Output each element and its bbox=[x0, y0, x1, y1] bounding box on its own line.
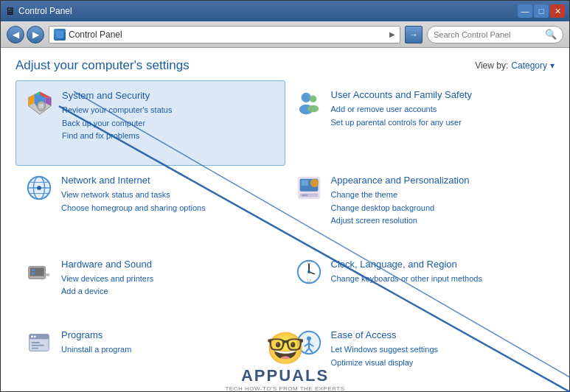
watermark-figure: 🤓 bbox=[266, 330, 305, 366]
search-box[interactable]: 🔍 bbox=[427, 26, 563, 43]
watermark: 🤓 APPUALS TECH HOW-TO'S FROM THE EXPERTS bbox=[212, 318, 359, 392]
appearance-item[interactable]: Appearance and Personalization Change th… bbox=[285, 166, 555, 250]
svg-point-12 bbox=[307, 105, 319, 113]
hardware-icon bbox=[24, 257, 54, 287]
title-bar-icon: 🖥 bbox=[5, 5, 15, 17]
svg-point-11 bbox=[309, 96, 316, 103]
watermark-brand: APPUALS bbox=[241, 366, 329, 385]
back-button[interactable]: ◀ bbox=[7, 26, 24, 43]
title-bar-left: 🖥 Control Panel bbox=[5, 5, 72, 17]
system-security-link-2[interactable]: Find and fix problems bbox=[62, 130, 276, 143]
ease-link-0[interactable]: Let Windows suggest settings bbox=[331, 343, 546, 357]
svg-point-41 bbox=[31, 335, 33, 337]
hardware-link-0[interactable]: View devices and printers bbox=[61, 273, 277, 286]
system-security-title[interactable]: System and Security bbox=[62, 90, 150, 101]
network-item[interactable]: Network and Internet View network status… bbox=[15, 166, 285, 250]
system-security-links: Review your computer's status Back up yo… bbox=[62, 104, 276, 143]
svg-point-36 bbox=[307, 270, 310, 273]
ease-links: Let Windows suggest settings Optimize vi… bbox=[331, 343, 546, 369]
appearance-link-2[interactable]: Adjust screen resolution bbox=[331, 214, 546, 228]
user-accounts-link-0[interactable]: Add or remove user accounts bbox=[331, 103, 546, 116]
svg-point-23 bbox=[310, 178, 318, 186]
address-field[interactable]: Control Panel ▶ bbox=[49, 26, 400, 43]
svg-rect-8 bbox=[39, 104, 44, 108]
user-accounts-icon bbox=[294, 88, 324, 117]
svg-rect-0 bbox=[56, 31, 63, 38]
view-by-value[interactable]: Category bbox=[511, 60, 547, 71]
path-arrow: ▶ bbox=[389, 30, 395, 38]
user-accounts-title[interactable]: User Accounts and Family Safety bbox=[331, 89, 472, 100]
watermark-tagline: TECH HOW-TO'S FROM THE EXPERTS bbox=[225, 385, 344, 392]
user-accounts-links: Add or remove user accounts Set up paren… bbox=[331, 103, 546, 129]
svg-rect-44 bbox=[32, 345, 44, 346]
network-text: Network and Internet View network status… bbox=[61, 173, 277, 214]
appearance-links: Change the theme Change desktop backgrou… bbox=[331, 189, 546, 228]
system-security-link-0[interactable]: Review your computer's status bbox=[62, 104, 276, 117]
svg-rect-25 bbox=[302, 194, 307, 196]
hardware-links: View devices and printers Add a device bbox=[61, 273, 277, 298]
svg-rect-27 bbox=[30, 267, 44, 276]
svg-rect-43 bbox=[32, 342, 40, 343]
view-by-arrow[interactable]: ▾ bbox=[550, 60, 555, 71]
ease-link-1[interactable]: Optimize visual display bbox=[331, 357, 546, 370]
clock-title[interactable]: Clock, Language, and Region bbox=[331, 259, 457, 270]
network-link-0[interactable]: View network status and tasks bbox=[61, 189, 277, 202]
svg-text:12: 12 bbox=[307, 260, 311, 264]
clock-item[interactable]: 12 12 Clock, Language, and Region Change… bbox=[285, 250, 555, 321]
hardware-item[interactable]: Hardware and Sound View devices and prin… bbox=[15, 250, 285, 321]
hardware-text: Hardware and Sound View devices and prin… bbox=[61, 257, 277, 298]
network-link-1[interactable]: Choose homegroup and sharing options bbox=[61, 202, 277, 215]
svg-point-42 bbox=[34, 335, 36, 337]
svg-rect-30 bbox=[32, 273, 35, 275]
title-bar-text: Control Panel bbox=[18, 6, 72, 16]
hardware-link-1[interactable]: Add a device bbox=[61, 285, 277, 298]
network-links: View network status and tasks Choose hom… bbox=[61, 189, 277, 214]
window-controls: — □ ✕ bbox=[518, 4, 565, 18]
maximize-button[interactable]: □ bbox=[534, 4, 549, 18]
page-title: Adjust your computer's settings bbox=[15, 58, 190, 73]
appearance-icon bbox=[294, 173, 324, 203]
close-button[interactable]: ✕ bbox=[550, 4, 565, 18]
system-security-text: System and Security Review your computer… bbox=[62, 88, 276, 143]
address-bar: ◀ ▶ Control Panel ▶ → 🔍 bbox=[1, 21, 569, 48]
system-security-icon bbox=[25, 88, 55, 118]
address-text: Control Panel bbox=[69, 29, 386, 40]
forward-button[interactable]: ▶ bbox=[27, 26, 44, 43]
appearance-link-1[interactable]: Change desktop background bbox=[331, 202, 546, 215]
svg-rect-22 bbox=[301, 180, 308, 186]
address-bar-icon bbox=[54, 29, 66, 41]
search-input[interactable] bbox=[434, 30, 542, 39]
svg-rect-29 bbox=[32, 269, 35, 271]
appearance-text: Appearance and Personalization Change th… bbox=[331, 173, 546, 228]
user-accounts-link-1[interactable]: Set up parental controls for any user bbox=[331, 116, 546, 130]
svg-point-31 bbox=[46, 273, 48, 275]
user-accounts-text: User Accounts and Family Safety Add or r… bbox=[331, 88, 546, 129]
programs-title[interactable]: Programs bbox=[61, 329, 102, 340]
page-header: Adjust your computer's settings View by:… bbox=[1, 48, 569, 80]
system-security-link-1[interactable]: Back up your computer bbox=[62, 117, 276, 130]
ease-text: Ease of Access Let Windows suggest setti… bbox=[331, 328, 546, 369]
svg-point-19 bbox=[37, 186, 41, 190]
go-button[interactable]: → bbox=[405, 26, 423, 43]
svg-text:12: 12 bbox=[307, 279, 311, 283]
clock-link-0[interactable]: Change keyboards or other input methods bbox=[331, 273, 546, 286]
network-title[interactable]: Network and Internet bbox=[61, 175, 150, 186]
programs-icon bbox=[24, 328, 54, 357]
svg-rect-45 bbox=[32, 347, 39, 349]
svg-point-9 bbox=[301, 93, 310, 102]
clock-links: Change keyboards or other input methods bbox=[331, 273, 546, 286]
view-by-label: View by: bbox=[475, 60, 508, 71]
appearance-title[interactable]: Appearance and Personalization bbox=[331, 175, 470, 186]
system-security-item[interactable]: System and Security Review your computer… bbox=[15, 80, 285, 166]
clock-icon: 12 12 bbox=[294, 257, 324, 287]
title-bar: 🖥 Control Panel — □ ✕ bbox=[1, 1, 569, 21]
nav-buttons: ◀ ▶ bbox=[7, 26, 44, 43]
minimize-button[interactable]: — bbox=[518, 4, 532, 18]
clock-text: Clock, Language, and Region Change keybo… bbox=[331, 257, 546, 286]
search-icon: 🔍 bbox=[545, 29, 557, 40]
network-icon bbox=[24, 173, 54, 203]
hardware-title[interactable]: Hardware and Sound bbox=[61, 259, 152, 270]
appearance-link-0[interactable]: Change the theme bbox=[331, 189, 546, 202]
view-by-control: View by: Category ▾ bbox=[475, 60, 555, 71]
user-accounts-item[interactable]: User Accounts and Family Safety Add or r… bbox=[285, 80, 555, 166]
